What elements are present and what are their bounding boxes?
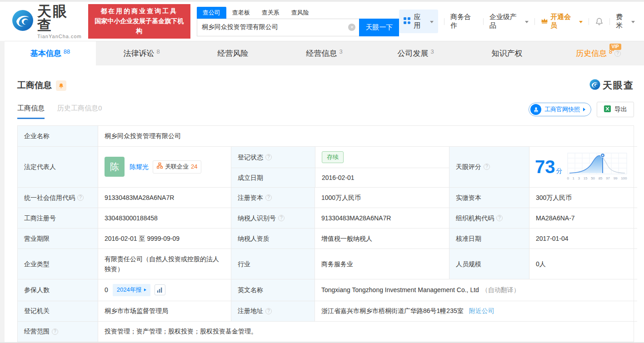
clear-icon[interactable] [348, 24, 355, 31]
field-label: 企业类型 [18, 249, 98, 279]
subtab-business-info[interactable]: 工商信息 [17, 104, 45, 119]
nearby-companies-link[interactable]: 附近公司 [469, 306, 494, 316]
reg-address-value: 浙江省嘉兴市桐乡市梧桐街道广华路86号1幢235室 附近公司 [315, 301, 637, 321]
tab-label: 经营风险 [218, 48, 249, 59]
arrow-right-icon [144, 288, 146, 291]
tab-count: 8 [156, 48, 160, 55]
tab-legal-proceedings[interactable]: 法律诉讼 8 [96, 41, 187, 65]
tab-label: 公司发展 [397, 48, 428, 59]
tab-operation-info[interactable]: 经营信息 3 [279, 41, 370, 65]
logo-domain: TianYanCha.com [37, 34, 83, 39]
tab-operation-risk[interactable]: 经营风险 [187, 41, 279, 65]
search-button[interactable]: 天眼一下 [359, 19, 399, 36]
help-icon[interactable] [265, 154, 272, 160]
help-icon[interactable] [278, 215, 285, 221]
excel-icon [604, 105, 611, 114]
help-icon[interactable] [77, 194, 84, 201]
field-label: 登记状态 [231, 147, 315, 168]
tab-count: 3 [430, 48, 434, 55]
org-code-value: MA28A6NA-7 [529, 208, 637, 228]
chevron-down-icon [579, 21, 583, 23]
field-label: 人员规模 [449, 249, 529, 279]
field-label: 营业期限 [18, 228, 98, 249]
promo-line2: 国家中小企业发展子基金旗下机构 [92, 16, 186, 36]
help-icon[interactable] [484, 164, 490, 170]
table-row: 营业期限 2016-02-01 至 9999-09-09 纳税人资质 增值税一般… [18, 228, 634, 249]
tab-history-info[interactable]: 历史信息 8 VIP [553, 41, 644, 65]
arrow-right-icon [583, 108, 585, 111]
tab-count: 88 [64, 48, 70, 55]
field-label: 工商注册号 [18, 208, 98, 228]
help-icon[interactable] [614, 50, 621, 57]
export-button[interactable]: 导出 [597, 102, 634, 117]
vip-label: 开通会员 [550, 13, 577, 30]
trend-chart-icon[interactable] [155, 284, 165, 295]
subscribe-bell-icon[interactable] [56, 80, 66, 91]
auto-translate-note: （自动翻译） [482, 285, 520, 295]
reg-authority-value: 桐乡市市场监督管理局 [98, 301, 231, 321]
org-chart-icon [157, 162, 163, 172]
table-row: 登记机关 桐乡市市场监督管理局 注册地址 浙江省嘉兴市桐乡市梧桐街道广华路86号… [18, 301, 634, 321]
official-snapshot-button[interactable]: 工商官网快照 [529, 103, 591, 116]
avatar[interactable]: 陈 [105, 157, 125, 177]
promo-banner: 都在用的商业查询工具 国家中小企业发展子基金旗下机构 [88, 4, 190, 38]
apps-menu-button[interactable]: 应用 [399, 10, 438, 33]
help-icon[interactable] [496, 215, 503, 221]
search-tab-boss[interactable]: 查老板 [226, 7, 256, 19]
legal-rep-link[interactable]: 陈耀光 [130, 162, 149, 172]
insured-count-value: 0 2024年报 [98, 279, 231, 301]
score-unit: 分 [556, 167, 563, 174]
score-axis-ticks: 0 1 3 15 50 85 97 99 100 [567, 176, 627, 182]
field-label: 企业名称 [18, 126, 98, 146]
nav-user-menu[interactable]: 费米 [616, 13, 635, 30]
tianyan-score: 73分 [529, 146, 637, 187]
nav-enterprise-products[interactable]: 企业级产品 [489, 13, 529, 30]
help-icon[interactable] [265, 194, 272, 201]
business-info-subtabs: 工商信息 历史工商信息0 [17, 104, 102, 119]
legal-rep-value: 陈 陈耀光 关联企业 24 [98, 146, 231, 187]
search-tab-company[interactable]: 查公司 [197, 7, 226, 19]
username-label: 费米 [616, 13, 629, 30]
search-tab-risk[interactable]: 查风险 [285, 7, 315, 19]
establish-date-value: 2016-02-01 [315, 168, 449, 187]
nav-open-vip[interactable]: 开通会员 [541, 13, 583, 30]
stamp-icon [530, 104, 541, 115]
field-label: 参保人数 [18, 279, 98, 301]
tab-label: 基本信息 [30, 48, 61, 59]
field-label: 实缴资本 [449, 187, 529, 208]
tab-basic-info[interactable]: 基本信息 88 [5, 41, 96, 65]
chevron-down-icon [631, 21, 635, 23]
tianyancha-logo[interactable]: 天眼查 TianYanCha.com [12, 4, 83, 39]
notification-bell-icon[interactable] [595, 17, 604, 26]
credit-code-value: 91330483MA28A6NA7R [98, 187, 231, 208]
search-input[interactable] [202, 24, 349, 31]
help-icon[interactable] [265, 308, 272, 314]
help-icon[interactable] [52, 328, 58, 335]
divider [534, 18, 535, 25]
company-type-value: 有限责任公司（自然人投资或控股的法人独资） [98, 249, 231, 279]
approval-date-value: 2017-01-04 [529, 228, 637, 249]
nav-business-coop[interactable]: 商务合作 [450, 13, 477, 30]
top-nav: 应用 商务合作 企业级产品 开通会员 [399, 10, 635, 33]
tab-company-development[interactable]: 公司发展 3 [370, 41, 461, 65]
business-term-value: 2016-02-01 至 9999-09-09 [98, 228, 231, 249]
english-name-value: Tongxiang Tongzhong Investment Managemen… [315, 279, 637, 301]
subtab-history-business-info[interactable]: 历史工商信息0 [57, 104, 102, 119]
annual-report-badge[interactable]: 2024年报 [113, 284, 150, 296]
apps-label: 应用 [414, 13, 427, 30]
tab-intellectual-property[interactable]: 知识产权 [461, 41, 553, 65]
field-label: 成立日期 [231, 168, 315, 187]
field-label: 登记机关 [18, 301, 98, 321]
chevron-down-icon [525, 21, 529, 23]
field-label: 行业 [231, 249, 315, 279]
search-block: 查公司 查老板 查关系 查风险 天眼一下 [197, 7, 399, 36]
field-label: 天眼评分 [449, 146, 529, 187]
logo-title: 天眼查 [37, 4, 83, 32]
score-value: 73 [535, 157, 555, 177]
related-companies-badge[interactable]: 关联企业 24 [153, 160, 201, 174]
related-count: 24 [191, 162, 197, 172]
related-label: 关联企业 [165, 162, 189, 172]
business-info-table: 企业名称 桐乡同众投资管理有限公司 法定代表人 陈 陈耀光 [17, 125, 634, 342]
watermark-text: 天眼查 [603, 79, 634, 92]
search-tab-relation[interactable]: 查关系 [256, 7, 285, 19]
